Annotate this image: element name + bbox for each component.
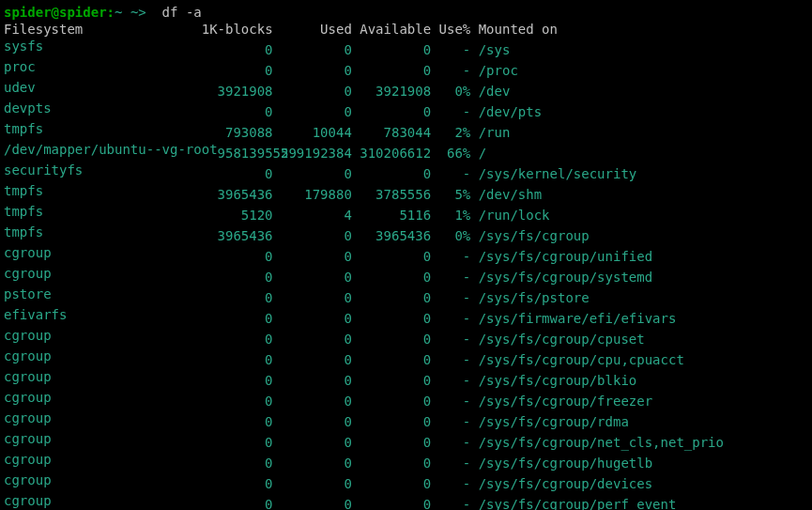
cell-usep: - (431, 103, 470, 120)
cell-used: 0 (273, 455, 352, 471)
cell-blocks: 958139552 (218, 145, 273, 162)
cell-blocks: 0 (202, 248, 273, 265)
cell-blocks: 0 (202, 41, 273, 58)
cell-used: 0 (273, 475, 352, 492)
cell-fs: devpts (4, 100, 202, 116)
df-row: cgroup000-/sys/fs/cgroup/rdma (4, 410, 808, 430)
cell-fs: pstore (4, 286, 202, 302)
df-row: tmpfs396543617988037855565%/dev/shm (4, 182, 808, 203)
cell-usep: - (431, 165, 470, 182)
cell-avail: 0 (352, 393, 431, 410)
cell-used: 0 (273, 393, 352, 410)
cell-avail: 0 (352, 496, 431, 510)
cell-mnt: /sys/fs/cgroup/unified (470, 248, 652, 265)
cell-mnt: /sys/fs/cgroup/systemd (470, 269, 652, 286)
df-row: cgroup000-/sys/fs/cgroup/blkio (4, 368, 808, 389)
cell-usep: - (431, 310, 470, 327)
header-used: Used (273, 21, 352, 38)
df-row: cgroup000-/sys/fs/cgroup/cpu,cpuacct (4, 348, 808, 368)
cell-blocks: 0 (202, 331, 273, 348)
cell-usep: - (431, 351, 470, 368)
cell-avail: 0 (352, 351, 431, 368)
cell-usep: - (431, 372, 470, 389)
cell-avail: 0 (352, 434, 431, 451)
cell-blocks: 5120 (202, 207, 273, 224)
cell-fs: cgroup (4, 430, 202, 447)
cell-fs: cgroup (4, 471, 202, 488)
cell-mnt: /sys/fs/cgroup/cpuset (470, 331, 644, 348)
cell-used: 0 (273, 248, 352, 265)
cell-fs: tmpfs (4, 224, 202, 240)
cell-used: 0 (273, 289, 352, 306)
cell-mnt: /sys/kernel/security (470, 165, 636, 182)
cell-mnt: /sys/fs/cgroup/perf_event (470, 496, 676, 510)
cell-blocks: 0 (202, 103, 273, 120)
cell-usep: - (431, 248, 470, 265)
cell-blocks: 0 (202, 310, 273, 327)
cell-mnt: /dev/shm (470, 186, 542, 203)
cell-blocks: 3921908 (202, 83, 273, 100)
cell-avail: 0 (352, 41, 431, 58)
df-header: Filesystem1K-blocksUsedAvailableUse%Moun… (4, 21, 808, 38)
cell-fs: cgroup (4, 492, 202, 509)
cell-mnt: /sys/firmware/efi/efivars (470, 310, 676, 327)
cell-usep: - (431, 62, 470, 79)
cell-avail: 5116 (352, 207, 431, 224)
cell-used: 0 (273, 331, 352, 348)
header-blocks: 1K-blocks (202, 21, 273, 38)
cell-fs: cgroup (4, 244, 202, 261)
cell-usep: - (431, 269, 470, 286)
cell-mnt: /dev/pts (470, 103, 542, 120)
cell-blocks: 0 (202, 62, 273, 79)
cell-fs: proc (4, 58, 202, 75)
df-row: cgroup000-/sys/fs/cgroup/systemd (4, 265, 808, 286)
cell-fs: cgroup (4, 410, 202, 426)
cell-used: 0 (273, 83, 352, 100)
cell-blocks: 3965436 (202, 186, 273, 203)
df-row: securityfs000-/sys/kernel/security (4, 162, 808, 182)
cell-fs: cgroup (4, 348, 202, 364)
cell-used: 0 (273, 269, 352, 286)
cell-blocks: 793088 (202, 124, 273, 141)
cell-avail: 3965436 (352, 227, 431, 244)
cell-used: 0 (273, 351, 352, 368)
cell-mnt: /sys/fs/pstore (470, 289, 589, 306)
cell-mnt: /sys/fs/cgroup/hugetlb (470, 455, 652, 471)
df-row: tmpfs3965436039654360%/sys/fs/cgroup (4, 224, 808, 244)
cell-avail: 0 (352, 165, 431, 182)
cell-avail: 0 (352, 331, 431, 348)
shell-prompt[interactable]: spider@spider:~ ~> df -a (4, 4, 808, 21)
header-mounted: Mounted on (470, 21, 558, 38)
df-row: cgroup000-/sys/fs/cgroup/hugetlb (4, 451, 808, 471)
header-usepct: Use% (431, 21, 470, 38)
df-row: cgroup000-/sys/fs/cgroup/unified (4, 244, 808, 265)
cell-avail: 3921908 (352, 83, 431, 100)
cell-usep: - (431, 331, 470, 348)
cell-mnt: /run (470, 124, 510, 141)
cell-fs: udev (4, 79, 202, 96)
cell-blocks: 0 (202, 165, 273, 182)
cell-used: 10044 (273, 124, 352, 141)
cell-blocks: 3965436 (202, 227, 273, 244)
df-row: pstore000-/sys/fs/pstore (4, 286, 808, 306)
cell-usep: - (431, 455, 470, 471)
cell-mnt: /sys/fs/cgroup/net_cls,net_prio (470, 434, 724, 451)
cell-used: 0 (273, 372, 352, 389)
cell-mnt: /sys/fs/cgroup/cpu,cpuacct (470, 351, 684, 368)
cell-fs: tmpfs (4, 203, 202, 220)
cell-mnt: /sys (470, 41, 510, 58)
cell-used: 0 (273, 62, 352, 79)
cell-fs: sysfs (4, 38, 202, 54)
cell-used: 0 (273, 103, 352, 120)
cell-usep: 0% (431, 83, 470, 100)
cell-used: 0 (273, 310, 352, 327)
cell-used: 0 (273, 413, 352, 430)
df-row: cgroup000-/sys/fs/cgroup/net_cls,net_pri… (4, 430, 808, 451)
cell-avail: 783044 (352, 124, 431, 141)
df-row: /dev/mapper/ubuntu--vg-root9581395525991… (4, 141, 808, 162)
cell-blocks: 0 (202, 496, 273, 510)
prompt-command: df -a (154, 5, 202, 20)
cell-used: 179880 (273, 186, 352, 203)
cell-avail: 0 (352, 413, 431, 430)
cell-blocks: 0 (202, 434, 273, 451)
